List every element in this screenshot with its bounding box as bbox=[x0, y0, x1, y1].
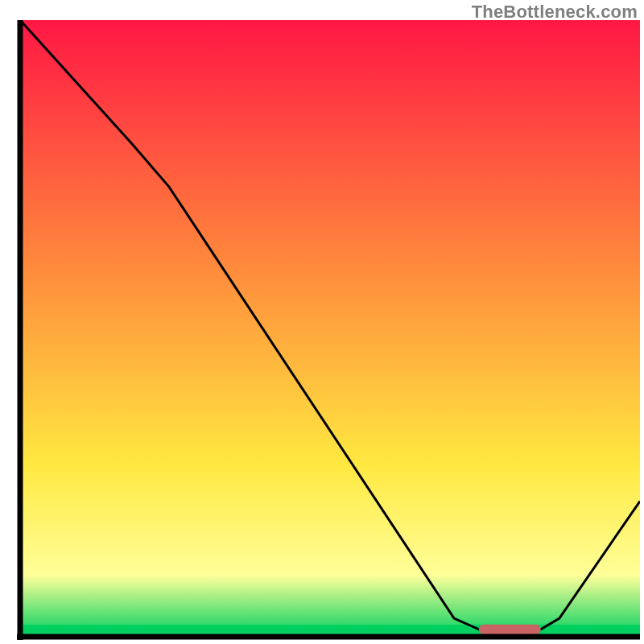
plot-background bbox=[20, 20, 640, 637]
chart-container: TheBottleneck.com bbox=[0, 0, 644, 644]
bottleneck-chart bbox=[17, 20, 640, 640]
optimal-marker bbox=[479, 625, 541, 634]
